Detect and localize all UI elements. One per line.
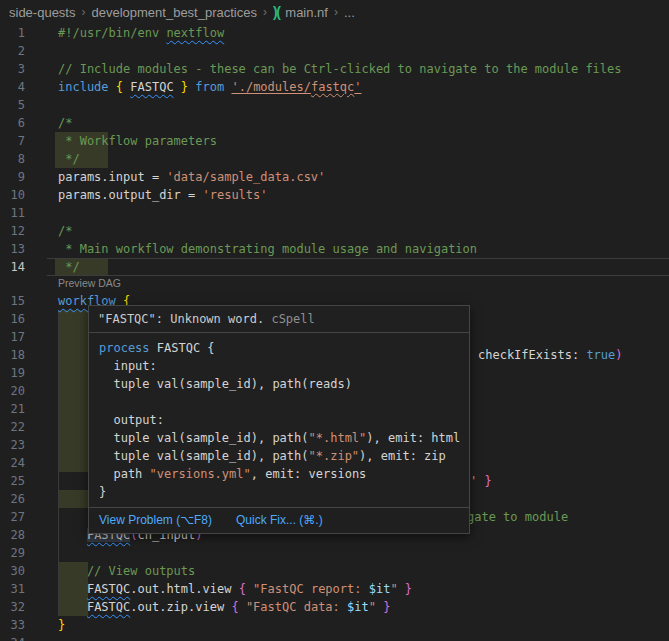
code-token: gate to module — [467, 510, 568, 524]
code-token: // Include modules - these can be Ctrl-c… — [58, 62, 622, 76]
code-token — [239, 600, 246, 614]
line-number: 13 — [0, 240, 25, 258]
line-content: } — [58, 616, 65, 634]
line-number: 20 — [0, 382, 25, 400]
line-number: 11 — [0, 204, 25, 222]
popup-code-line — [99, 393, 459, 411]
nextflow-file-icon: )( — [273, 4, 279, 20]
breadcrumb-item-symbol-path[interactable]: ... — [344, 5, 355, 20]
code-line[interactable]: 6/* — [0, 114, 669, 132]
code-token: tuple val(sample_id), path(reads) — [99, 377, 352, 391]
code-token: } — [383, 600, 390, 614]
diagnostic-source: cSpell — [271, 312, 314, 326]
line-number: 16 — [0, 310, 25, 328]
line-number: 26 — [0, 490, 25, 508]
line-number: 31 — [0, 580, 25, 598]
line-number: 29 — [0, 544, 25, 562]
code-token: "FastQC report: — [253, 582, 369, 596]
chevron-right-icon: › — [334, 5, 338, 19]
line-number: 3 — [0, 60, 25, 78]
code-token — [58, 582, 87, 596]
code-line[interactable]: 34 — [0, 634, 669, 641]
hover-popup: "FASTQC": Unknown word. cSpell process F… — [88, 305, 470, 534]
code-line[interactable]: 29 — [0, 544, 669, 562]
code-token: // View outputs — [58, 564, 195, 578]
code-token: FASTQC — [87, 582, 130, 596]
code-token: nextflow — [166, 26, 224, 40]
code-token: ' — [354, 80, 361, 94]
popup-code-line: tuple val(sample_id), path(reads) — [99, 375, 459, 393]
code-token — [174, 80, 181, 94]
code-line[interactable]: 13 * Main workflow demonstrating module … — [0, 240, 669, 258]
code-token: */ — [58, 152, 80, 166]
line-content: #!/usr/bin/env nextflow — [58, 24, 224, 42]
line-number: 30 — [0, 562, 25, 580]
code-token: 'results' — [203, 188, 268, 202]
code-line[interactable]: 11 — [0, 204, 669, 222]
code-token: ) — [615, 348, 622, 362]
popup-diagnostic-message: "FASTQC": Unknown word. cSpell — [89, 306, 469, 333]
code-line[interactable]: 14 */ — [0, 258, 669, 276]
breadcrumb-item-main-nf[interactable]: main.nf — [285, 5, 328, 20]
line-content: // Include modules - these can be Ctrl-c… — [58, 60, 622, 78]
code-line[interactable]: 30 // View outputs — [0, 562, 669, 580]
code-token: FASTQC { — [157, 341, 215, 355]
code-token — [58, 600, 87, 614]
line-content: checkIfExists: true) — [478, 346, 623, 364]
code-line[interactable]: 3// Include modules - these can be Ctrl-… — [0, 60, 669, 78]
line-number: 17 — [0, 328, 25, 346]
code-token: output: — [99, 413, 164, 427]
line-content: */ — [58, 150, 80, 168]
code-token: #!/usr/bin/env — [58, 26, 166, 40]
code-line[interactable]: 32 FASTQC.out.zip.view { "FastQC data: $… — [0, 598, 669, 616]
code-token: checkIfExists: — [478, 348, 586, 362]
breadcrumb: side-quests › development_best_practices… — [0, 0, 669, 24]
line-number: 9 — [0, 168, 25, 186]
line-content: /* — [58, 114, 72, 132]
code-token: FASTQC — [130, 80, 173, 94]
code-line[interactable]: 5 — [0, 96, 669, 114]
code-token: } — [58, 618, 65, 632]
code-line[interactable]: 2 — [0, 42, 669, 60]
code-line[interactable]: 1#!/usr/bin/env nextflow — [0, 24, 669, 42]
code-token: "FastQC data: — [246, 600, 347, 614]
code-line[interactable]: 31 FASTQC.out.html.view { "FastQC report… — [0, 580, 669, 598]
code-token: */ — [58, 260, 80, 274]
line-number: 21 — [0, 400, 25, 418]
vscode-editor-window: { "breadcrumb": { "items": ["side-quests… — [0, 0, 669, 641]
quick-fix-button[interactable]: Quick Fix... (⌘.) — [236, 513, 323, 527]
code-token — [58, 528, 87, 542]
code-token: tuple val(sample_id), path( — [99, 431, 309, 445]
code-token: $it — [369, 582, 391, 596]
code-token: tuple val(sample_id), path( — [99, 449, 309, 463]
code-token: path — [99, 467, 150, 481]
line-number: 22 — [0, 418, 25, 436]
breadcrumb-item-side-quests[interactable]: side-quests — [9, 5, 75, 20]
code-token: .out.zip.view — [130, 600, 231, 614]
code-token: params.input = — [58, 170, 166, 184]
code-token: /* — [58, 224, 72, 238]
view-problem-button[interactable]: View Problem (⌥F8) — [99, 513, 212, 527]
popup-code-line: } — [99, 483, 459, 501]
line-content: params.input = 'data/sample_data.csv' — [58, 168, 325, 186]
code-line[interactable]: 10params.output_dir = 'results' — [0, 186, 669, 204]
code-line[interactable]: 9params.input = 'data/sample_data.csv' — [0, 168, 669, 186]
line-content: * Workflow parameters — [58, 132, 217, 150]
code-line[interactable]: 4include { FASTQC } from './modules/fast… — [0, 78, 669, 96]
code-token: input: — [99, 359, 157, 373]
popup-code-line: tuple val(sample_id), path("*.zip"), emi… — [99, 447, 459, 465]
code-line[interactable]: 33} — [0, 616, 669, 634]
breadcrumb-item-development-best-practices[interactable]: development_best_practices — [91, 5, 257, 20]
code-token: } — [484, 474, 491, 488]
line-content: */ — [58, 258, 80, 276]
codelens-preview-dag[interactable]: Preview DAG — [58, 276, 121, 291]
line-content: /* — [58, 222, 72, 240]
code-token: { — [239, 582, 246, 596]
code-token: params.output_dir = — [58, 188, 203, 202]
code-line[interactable]: 12/* — [0, 222, 669, 240]
line-number: 23 — [0, 436, 25, 454]
code-token: fastqc — [311, 80, 354, 94]
code-line[interactable]: 8 */ — [0, 150, 669, 168]
code-line[interactable]: 7 * Workflow parameters — [0, 132, 669, 150]
popup-code-line: process FASTQC { — [99, 339, 459, 357]
